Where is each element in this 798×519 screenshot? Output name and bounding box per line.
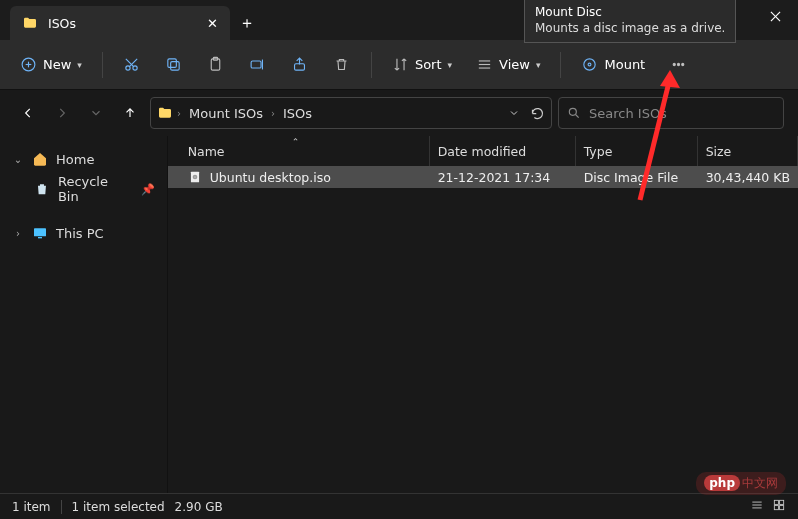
sidebar-label: This PC xyxy=(56,226,104,241)
new-tab-button[interactable]: ＋ xyxy=(230,6,264,40)
forward-button[interactable] xyxy=(48,97,76,129)
new-button[interactable]: New ▾ xyxy=(10,48,92,82)
svg-point-25 xyxy=(681,63,683,65)
status-selection-count: 1 item selected xyxy=(72,500,165,514)
cut-button[interactable] xyxy=(113,48,151,82)
chevron-right-icon[interactable]: › xyxy=(12,228,24,239)
rename-button[interactable] xyxy=(239,48,277,82)
file-name: Ubuntu desktop.iso xyxy=(210,170,331,185)
table-row[interactable]: Ubuntu desktop.iso 21-12-2021 17:34 Disc… xyxy=(168,166,798,188)
chevron-right-icon[interactable]: › xyxy=(177,108,181,119)
chevron-down-icon[interactable]: ⌄ xyxy=(12,154,24,165)
paste-button[interactable] xyxy=(197,48,235,82)
mount-button[interactable]: Mount xyxy=(571,48,655,82)
trash-icon xyxy=(333,56,350,73)
back-button[interactable] xyxy=(14,97,42,129)
sidebar-item-recycle[interactable]: Recycle Bin 📌 xyxy=(6,174,161,204)
new-label: New xyxy=(43,57,71,72)
mount-tooltip: Mount Disc Mounts a disc image as a driv… xyxy=(524,0,736,43)
chevron-down-icon: ▾ xyxy=(448,60,453,70)
body: ⌄ Home Recycle Bin 📌 › This PC ⌃ Name Da… xyxy=(0,136,798,493)
separator xyxy=(102,52,103,78)
svg-rect-37 xyxy=(780,500,784,504)
column-header-type[interactable]: Type xyxy=(576,136,698,166)
navigation-row: › Mount ISOs › ISOs Search ISOs xyxy=(0,90,798,136)
separator xyxy=(61,500,62,514)
refresh-icon[interactable] xyxy=(530,106,545,121)
status-bar: 1 item 1 item selected 2.90 GB xyxy=(0,493,798,519)
status-selection-size: 2.90 GB xyxy=(175,500,223,514)
tooltip-title: Mount Disc xyxy=(535,4,725,20)
view-icon xyxy=(476,56,493,73)
thumbnails-view-button[interactable] xyxy=(772,498,786,515)
view-button[interactable]: View ▾ xyxy=(466,48,550,82)
svg-point-24 xyxy=(677,63,679,65)
watermark-text: 中文网 xyxy=(742,476,778,490)
chevron-down-icon: ▾ xyxy=(536,60,541,70)
close-tab-icon[interactable]: ✕ xyxy=(207,16,218,31)
svg-point-21 xyxy=(584,59,595,70)
ellipsis-icon xyxy=(670,56,687,73)
tab-isos[interactable]: ISOs ✕ xyxy=(10,6,230,40)
file-rows: Ubuntu desktop.iso 21-12-2021 17:34 Disc… xyxy=(168,166,798,493)
more-button[interactable] xyxy=(659,48,697,82)
address-bar[interactable]: › Mount ISOs › ISOs xyxy=(150,97,552,129)
home-icon xyxy=(32,151,48,167)
svg-rect-12 xyxy=(168,59,177,68)
sidebar-item-thispc[interactable]: › This PC xyxy=(6,218,161,248)
copy-button[interactable] xyxy=(155,48,193,82)
sidebar-item-home[interactable]: ⌄ Home xyxy=(6,144,161,174)
chevron-right-icon[interactable]: › xyxy=(271,108,275,119)
svg-rect-17 xyxy=(295,64,305,70)
watermark-brand: php xyxy=(704,475,740,491)
delete-button[interactable] xyxy=(323,48,361,82)
watermark: php中文网 xyxy=(696,472,786,495)
file-explorer-window: ISOs ✕ ＋ Mount Disc Mounts a disc image … xyxy=(0,0,798,519)
folder-icon xyxy=(22,15,38,31)
recent-dropdown[interactable] xyxy=(82,97,110,129)
chevron-down-icon: ▾ xyxy=(77,60,82,70)
details-view-button[interactable] xyxy=(750,498,764,515)
close-window-button[interactable] xyxy=(752,0,798,32)
svg-point-26 xyxy=(569,108,576,115)
sort-button[interactable]: Sort ▾ xyxy=(382,48,462,82)
up-button[interactable] xyxy=(116,97,144,129)
share-icon xyxy=(291,56,308,73)
svg-rect-36 xyxy=(774,500,778,504)
separator xyxy=(560,52,561,78)
breadcrumb-seg2[interactable]: ISOs xyxy=(279,104,316,123)
disc-icon xyxy=(581,56,598,73)
column-header-date[interactable]: Date modified xyxy=(430,136,576,166)
column-headers: ⌃ Name Date modified Type Size xyxy=(168,136,798,166)
clipboard-icon xyxy=(207,56,224,73)
column-header-size[interactable]: Size xyxy=(698,136,798,166)
view-label: View xyxy=(499,57,530,72)
folder-icon xyxy=(157,105,173,121)
plus-circle-icon xyxy=(20,56,37,73)
pin-icon: 📌 xyxy=(141,183,155,196)
monitor-icon xyxy=(32,225,48,241)
file-size: 30,43,440 KB xyxy=(698,170,798,185)
svg-rect-15 xyxy=(252,61,262,68)
separator xyxy=(371,52,372,78)
svg-point-22 xyxy=(589,63,592,66)
svg-line-27 xyxy=(576,115,579,118)
disc-file-icon xyxy=(188,170,202,184)
copy-icon xyxy=(165,56,182,73)
svg-point-23 xyxy=(673,63,675,65)
search-placeholder: Search ISOs xyxy=(589,106,667,121)
chevron-down-icon[interactable] xyxy=(508,107,520,119)
titlebar: ISOs ✕ ＋ Mount Disc Mounts a disc image … xyxy=(0,0,798,40)
sidebar-label: Recycle Bin xyxy=(58,174,133,204)
svg-rect-11 xyxy=(171,62,180,70)
sort-label: Sort xyxy=(415,57,442,72)
file-list-pane: ⌃ Name Date modified Type Size Ubuntu de… xyxy=(167,136,798,493)
search-box[interactable]: Search ISOs xyxy=(558,97,784,129)
column-header-name[interactable]: Name xyxy=(180,136,430,166)
share-button[interactable] xyxy=(281,48,319,82)
svg-rect-38 xyxy=(774,506,778,510)
breadcrumb-seg1[interactable]: Mount ISOs xyxy=(185,104,267,123)
svg-rect-39 xyxy=(780,506,784,510)
sidebar-label: Home xyxy=(56,152,94,167)
svg-line-10 xyxy=(126,59,134,67)
